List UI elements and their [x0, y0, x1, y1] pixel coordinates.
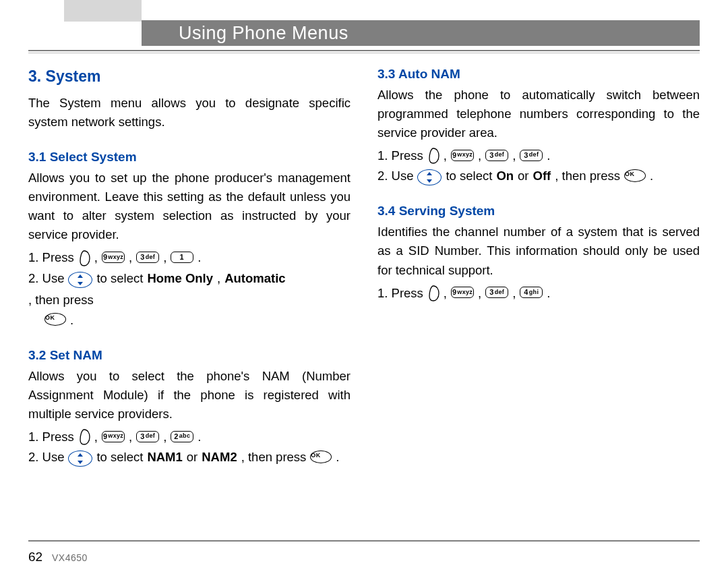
col-break	[28, 468, 351, 469]
softkey-icon	[78, 250, 90, 266]
softkey-icon	[78, 429, 90, 445]
page-number: 62	[28, 550, 42, 564]
body-3-2: Allows you to select the phone's NAM (Nu…	[28, 367, 351, 424]
ok-key-icon: OK	[310, 450, 332, 463]
body-3-3: Allows the phone to automatically switch…	[377, 86, 700, 142]
chapter-title: Using Phone Menus	[179, 23, 348, 44]
chapter-header: Using Phone Menus	[142, 20, 700, 46]
step-3-3-2: 2. Use to select On or Off, then press O…	[377, 167, 700, 185]
key-3-icon: 3def	[485, 287, 508, 298]
heading-3-system: 3. System	[28, 65, 351, 88]
step-3-1-1: 1. Press , 9wxyz , 3def , 1 .	[28, 248, 351, 267]
ok-key-icon: OK	[624, 169, 646, 182]
key-3-icon: 3def	[520, 150, 543, 161]
key-3-icon: 3def	[485, 150, 508, 161]
nav-up-down-icon	[68, 272, 92, 288]
heading-3-1: 3.1 Select System	[28, 148, 351, 167]
step-3-2-1: 1. Press , 9wxyz , 3def , 2abc .	[28, 428, 351, 446]
nav-up-down-icon	[68, 450, 92, 467]
nav-up-down-icon	[417, 169, 442, 185]
key-2-icon: 2abc	[171, 431, 193, 442]
key-9-icon: 9wxyz	[102, 252, 125, 263]
step-3-2-2: 2. Use to select NAM1 or NAM2, then pres…	[28, 448, 351, 467]
key-9-icon: 9wxyz	[451, 150, 474, 161]
step-text: 2. Use	[28, 269, 64, 288]
softkey-icon	[427, 285, 439, 301]
key-9-icon: 9wxyz	[451, 287, 474, 298]
key-3-icon: 3def	[136, 431, 159, 442]
tab-block	[64, 0, 142, 22]
step-text: 1. Press	[377, 146, 423, 165]
step-text: 1. Press	[28, 428, 74, 446]
body-3-1: Allows you to set up the phone producer'…	[28, 169, 351, 244]
model-label: VX4650	[52, 552, 88, 563]
step-text: 1. Press	[28, 248, 74, 267]
key-9-icon: 9wxyz	[102, 431, 125, 442]
rule-top	[28, 50, 700, 53]
step-text: 2. Use	[377, 167, 413, 185]
heading-3-4: 3.4 Serving System	[377, 202, 700, 221]
ok-key-icon: OK	[44, 313, 66, 326]
step-3-1-2b: OK .	[28, 311, 351, 330]
body-3-4: Identifies the channel number of a syste…	[377, 223, 700, 279]
step-3-1-2: 2. Use to select Home Only, Automatic, t…	[28, 269, 351, 310]
key-4-icon: 4ghi	[520, 287, 543, 298]
key-1-icon: 1	[171, 252, 193, 263]
step-3-3-1: 1. Press , 9wxyz , 3def , 3def .	[377, 146, 700, 165]
heading-3-3: 3.3 Auto NAM	[377, 65, 700, 84]
rule-bottom	[28, 540, 700, 542]
softkey-icon	[427, 148, 439, 164]
step-text: 1. Press	[377, 284, 423, 303]
step-text: 2. Use	[28, 448, 64, 467]
manual-page: Using Phone Menus 3. System The System m…	[0, 0, 728, 582]
body-system-intro: The System menu allows you to designate …	[28, 94, 351, 132]
heading-3-2: 3.2 Set NAM	[28, 346, 351, 366]
key-3-icon: 3def	[136, 252, 159, 263]
step-3-4-1: 1. Press , 9wxyz , 3def , 4ghi .	[377, 284, 700, 303]
content-columns: 3. System The System menu allows you to …	[28, 63, 700, 535]
